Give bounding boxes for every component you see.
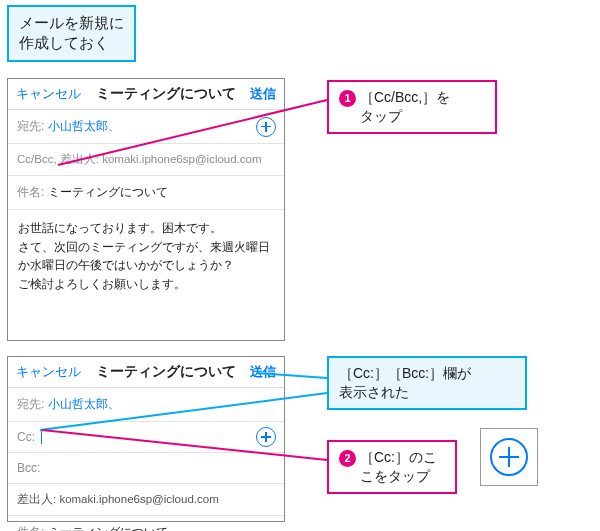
to-label-2: 宛先: [17, 396, 44, 413]
info-text: ［Cc:］［Bcc:］欄が 表示された [339, 365, 471, 400]
subject-row-2[interactable]: 件名: ミーティングについて [8, 516, 284, 531]
add-contact-icon[interactable] [256, 117, 276, 137]
subject-label: 件名: [17, 184, 44, 201]
info-box: ［Cc:］［Bcc:］欄が 表示された [327, 356, 527, 410]
bcc-row[interactable]: Bcc: [8, 453, 284, 484]
plus-icon-enlarged [490, 438, 528, 476]
subject-value: ミーティングについて [48, 184, 168, 201]
intro-box: メールを新規に 作成しておく [7, 5, 136, 62]
mail-body[interactable]: お世話になっております。困木です。 さて、次回のミーティングですが、来週火曜日か… [8, 210, 284, 302]
nav-bar: キャンセル ミーティングについて 送信 [8, 79, 284, 110]
to-row[interactable]: 宛先: 小山哲太郎、 [8, 110, 284, 144]
to-label: 宛先: [17, 118, 44, 135]
plus-icon-enlarged-box [480, 428, 538, 486]
ccbcc-from-text: Cc/Bcc, 差出人: komaki.iphone6sp@icloud.com [17, 152, 262, 167]
subject-value-2: ミーティングについて [48, 524, 168, 531]
to-value: 小山哲太郎、 [48, 118, 120, 135]
add-cc-contact-icon[interactable] [256, 427, 276, 447]
callout-2-text: ［Cc:］のこ こをタップ [360, 448, 437, 486]
callout-2-number: 2 [339, 450, 356, 467]
subject-label-2: 件名: [17, 524, 44, 531]
cc-row[interactable]: Cc: [8, 422, 284, 453]
cc-label: Cc: [17, 430, 35, 444]
send-button-2[interactable]: 送信 [250, 363, 276, 381]
text-cursor [41, 431, 42, 444]
callout-1-text: ［Cc/Bcc,］を タップ [360, 88, 450, 126]
bcc-label: Bcc: [17, 461, 40, 475]
send-button[interactable]: 送信 [250, 85, 276, 103]
to-row-2[interactable]: 宛先: 小山哲太郎、 [8, 388, 284, 422]
from-text-2: 差出人: komaki.iphone6sp@icloud.com [17, 492, 219, 507]
mail-compose-panel-2: キャンセル ミーティングについて 送信 宛先: 小山哲太郎、 Cc: Bcc: … [7, 356, 285, 522]
cancel-button-2[interactable]: キャンセル [16, 363, 81, 381]
cancel-button[interactable]: キャンセル [16, 85, 81, 103]
mail-compose-panel-1: キャンセル ミーティングについて 送信 宛先: 小山哲太郎、 Cc/Bcc, 差… [7, 78, 285, 341]
compose-title-2: ミーティングについて [96, 363, 236, 381]
ccbcc-from-row[interactable]: Cc/Bcc, 差出人: komaki.iphone6sp@icloud.com [8, 144, 284, 176]
to-value-2: 小山哲太郎、 [48, 396, 120, 413]
callout-1-number: 1 [339, 90, 356, 107]
compose-title: ミーティングについて [96, 85, 236, 103]
callout-2: 2 ［Cc:］のこ こをタップ [327, 440, 457, 494]
from-row-2[interactable]: 差出人: komaki.iphone6sp@icloud.com [8, 484, 284, 516]
nav-bar-2: キャンセル ミーティングについて 送信 [8, 357, 284, 388]
intro-text: メールを新規に 作成しておく [19, 14, 124, 51]
mail-body-text: お世話になっております。困木です。 さて、次回のミーティングですが、来週火曜日か… [18, 221, 270, 291]
subject-row[interactable]: 件名: ミーティングについて [8, 176, 284, 210]
callout-1: 1 ［Cc/Bcc,］を タップ [327, 80, 497, 134]
